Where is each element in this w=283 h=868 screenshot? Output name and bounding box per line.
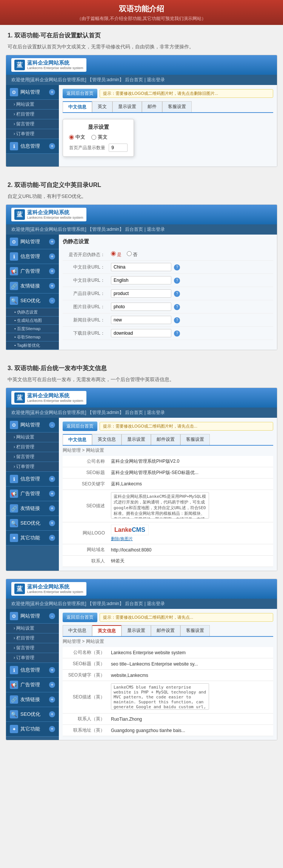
radio-cn-input-1[interactable] — [69, 135, 74, 140]
radio-no-2[interactable] — [127, 251, 132, 256]
sidebar-item-ad-3a[interactable]: 📢 广告管理 + — [6, 487, 59, 501]
cms-nav-3b: 欢迎使用[蓝科企业网站后台管理系统] 【管理员:admin】 后台首页 | 退出… — [6, 599, 277, 609]
tab-cn-3b[interactable]: 中文信息 — [63, 625, 92, 636]
back-btn-1[interactable]: 返回后台首页 — [63, 89, 97, 98]
sidebar-plus-2a[interactable]: + — [49, 239, 55, 245]
sidebar-sub-message-1[interactable]: 留言管理 — [6, 119, 59, 129]
sidebar-sub-order-1[interactable]: 订单管理 — [6, 129, 59, 139]
url-row-1: 中文目录URL： ? — [63, 274, 273, 287]
sidebar-plus-3a5[interactable]: + — [49, 520, 55, 526]
sidebar-other-3b: 其它功能 — [20, 726, 40, 732]
form-table-3b: 公司名称（英） Lankecms Enterprise website syst… — [63, 647, 273, 736]
sidebar-item-website-mgmt-1[interactable]: ⚙ 网站管理 + — [6, 85, 59, 100]
cms-nav-1: 欢迎使用[蓝科企业网站后台管理系统] 【管理员:admin】 后台首页 | 退出… — [6, 75, 277, 85]
sidebar-sub-website-1[interactable]: 网站设置 — [6, 100, 59, 110]
tab-mail-3a[interactable]: 邮件设置 — [151, 434, 180, 445]
sidebar-sub-order-3a[interactable]: 订单管理 — [6, 462, 59, 472]
radio-yes-2[interactable] — [111, 251, 116, 256]
url-input-photo[interactable] — [111, 303, 171, 311]
product-count-input[interactable] — [109, 144, 128, 152]
sidebar-plus-3b2[interactable]: + — [49, 667, 55, 673]
sidebar-plus-3a4[interactable]: + — [49, 505, 55, 511]
sidebar-plus-3b1[interactable]: - — [49, 613, 55, 619]
tab-service-3b[interactable]: 客服设置 — [180, 625, 210, 636]
sidebar-sub-column-1[interactable]: 栏目管理 — [6, 110, 59, 119]
sidebar-item-other-3b[interactable]: ✦ 其它功能 + — [6, 722, 59, 737]
sidebar-item-links-3b[interactable]: 🔗 友情链接 + — [6, 692, 59, 707]
url-input-china[interactable] — [111, 263, 171, 271]
sidebar-sub-column-3b[interactable]: 栏目管理 — [6, 633, 59, 643]
sidebar-sub-website-3b[interactable]: 网站设置 — [6, 624, 59, 633]
url-input-english[interactable] — [111, 276, 171, 284]
sidebar-plus-3b5[interactable]: + — [49, 711, 55, 717]
seodesc-textarea-3a[interactable]: 蓝科企业网站系统LankeCMS是采用PHP+MySQL模式进行开发的，架构通明… — [111, 492, 209, 519]
back-btn-3a[interactable]: 返回后台首页 — [63, 422, 97, 431]
sidebar-plus-2c[interactable]: + — [49, 268, 55, 274]
sidebar-item-seo-3b[interactable]: 🔍 SEO优化 + — [6, 707, 59, 722]
tab-mail-3b[interactable]: 邮件设置 — [151, 625, 180, 636]
sidebar-seo-sub-baidu-2[interactable]: 百度Sitemap — [6, 325, 59, 333]
back-btn-3b[interactable]: 返回后台首页 — [63, 613, 97, 622]
seodesc-textarea-3b[interactable]: LankeCMS blue family enterprise website … — [111, 683, 209, 710]
url-input-download[interactable] — [111, 329, 171, 337]
cms-logo-en-1: Lankecms Enterprise website system — [27, 66, 83, 70]
cms-logo-2: 蓝 蓝科企业网站系统 Lankecms Enterprise website s… — [11, 208, 86, 221]
sidebar-plus-1[interactable]: + — [49, 89, 55, 95]
label-seotitle-3a: SEO标题 — [63, 467, 108, 479]
sidebar-plus-2b[interactable]: + — [49, 253, 55, 259]
sidebar-plus-3b6[interactable]: + — [49, 726, 55, 732]
sidebar-item-website-3b[interactable]: ⚙ 网站管理 - — [6, 609, 59, 624]
sidebar-item-seo-3a[interactable]: 🔍 SEO优化 + — [6, 516, 59, 531]
sidebar-plus-3a6[interactable]: + — [49, 535, 55, 541]
sidebar-item-links-3a[interactable]: 🔗 友情链接 + — [6, 501, 59, 516]
tab-display-3b[interactable]: 显示设置 — [122, 625, 151, 636]
sidebar-item-website-3a[interactable]: ⚙ 网站管理 - — [6, 418, 59, 432]
sidebar-plus-2e[interactable]: - — [49, 298, 55, 304]
page-title: 双语功能介绍 — [0, 4, 283, 14]
tab-en-info-1[interactable]: 英文 — [92, 101, 112, 112]
sidebar-plus-3a1[interactable]: - — [49, 422, 55, 428]
sidebar-item-seo-2[interactable]: 🔍 SEO优化 - — [6, 293, 59, 308]
sidebar-plus-3b3[interactable]: + — [49, 682, 55, 688]
sidebar-item-links-2[interactable]: 🔗 友情链接 + — [6, 279, 59, 293]
sidebar-plus-3b4[interactable]: + — [49, 697, 55, 703]
sidebar-seo-sub-tag-2[interactable]: Tag标签优化 — [6, 341, 59, 350]
tab-en-3a[interactable]: 英文信息 — [92, 434, 122, 445]
sidebar-item-info-mgmt-1[interactable]: ℹ 信息管理 + — [6, 139, 59, 154]
radio-en-1[interactable]: 英文 — [91, 134, 108, 141]
sidebar-sub-order-3b[interactable]: 订单管理 — [6, 653, 59, 663]
radio-no-label[interactable]: 否 — [127, 252, 137, 257]
tab-en-3b[interactable]: 英文信息 — [92, 625, 122, 636]
tab-display-settings-1[interactable]: 显示设置 — [112, 101, 142, 112]
sidebar-item-info-3a[interactable]: ℹ 信息管理 + — [6, 472, 59, 487]
sidebar-item-other-3a[interactable]: ✦ 其它功能 + — [6, 531, 59, 545]
radio-yes-label[interactable]: 是 — [111, 252, 123, 257]
sidebar-sub-msg-3b[interactable]: 留言管理 — [6, 643, 59, 653]
sidebar-sub-column-3a[interactable]: 栏目管理 — [6, 442, 59, 452]
sidebar-seo-sub-sitemap-2[interactable]: 生成站点地图 — [6, 317, 59, 325]
upload-btn-3a[interactable]: 删除/换图片 — [111, 536, 270, 542]
tab-mail-1[interactable]: 邮件 — [142, 101, 162, 112]
sidebar-item-website-2[interactable]: ⚙ 网站管理 + — [6, 235, 59, 249]
radio-cn-1[interactable]: 中文 — [69, 134, 85, 141]
sidebar-seo-sub-google-2[interactable]: 谷歌Sitemap — [6, 333, 59, 341]
sidebar-plus-info-1[interactable]: + — [49, 143, 55, 149]
tab-cn-3a[interactable]: 中文信息 — [63, 434, 92, 445]
radio-en-input-1[interactable] — [91, 135, 96, 140]
sidebar-item-info-2[interactable]: ℹ 信息管理 + — [6, 249, 59, 264]
url-input-new[interactable] — [111, 316, 171, 324]
sidebar-plus-2d[interactable]: + — [49, 283, 55, 289]
url-input-product[interactable] — [111, 289, 171, 298]
tab-service-3a[interactable]: 客服设置 — [180, 434, 210, 445]
sidebar-item-ad-2[interactable]: 📢 广告管理 + — [6, 264, 59, 279]
tab-display-3a[interactable]: 显示设置 — [122, 434, 151, 445]
tab-cn-info-1[interactable]: 中文信息 — [63, 101, 92, 112]
sidebar-seo-sub-static-2[interactable]: 伪静态设置 — [6, 308, 59, 317]
sidebar-sub-msg-3a[interactable]: 留言管理 — [6, 452, 59, 462]
tab-service-1[interactable]: 客服设置 — [162, 101, 192, 112]
sidebar-plus-3a3[interactable]: + — [49, 491, 55, 497]
sidebar-item-ad-3b[interactable]: 📢 广告管理 + — [6, 678, 59, 692]
sidebar-item-info-3b[interactable]: ℹ 信息管理 + — [6, 663, 59, 678]
sidebar-sub-website-3a[interactable]: 网站设置 — [6, 432, 59, 442]
sidebar-plus-3a2[interactable]: + — [49, 476, 55, 482]
